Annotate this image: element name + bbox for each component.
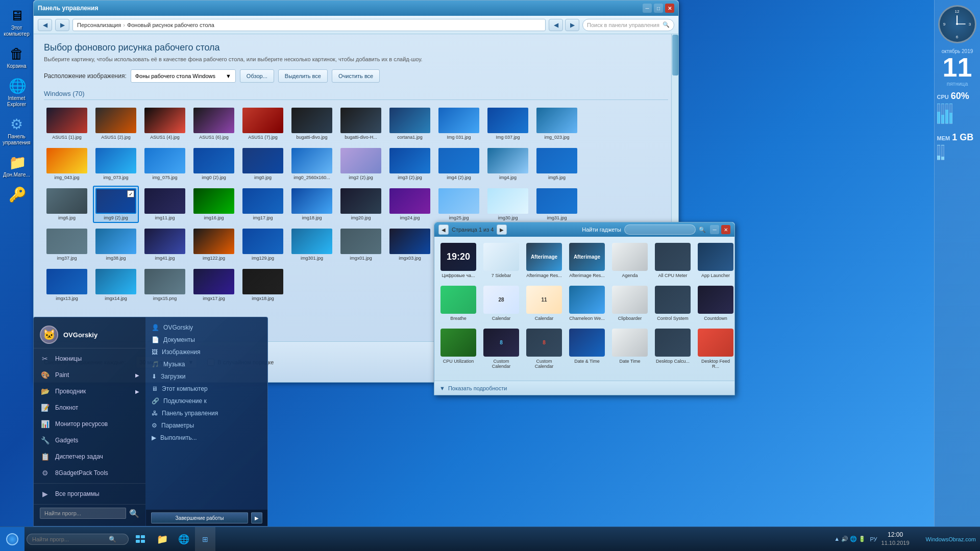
start-right-settings[interactable]: ⚙ Параметры [145,419,267,432]
wallpaper-item-18[interactable]: img3 (2).jpg [387,145,433,183]
wallpaper-item-38[interactable]: img301.jpg [289,226,335,263]
gadget-item-2[interactable]: AfterimageAfterimage Res... [524,241,564,281]
wallpaper-item-33[interactable]: img37.jpg [44,226,90,263]
gadget-item-0[interactable]: 19:20Цифровые ча... [438,241,478,281]
gadget-item-10[interactable]: Chameleon We... [567,284,607,323]
forward-button[interactable]: ▶ [55,19,69,31]
wallpaper-item-14[interactable]: img0 (2).jpg [191,145,237,183]
maximize-button[interactable]: □ [654,4,663,13]
wallpaper-item-9[interactable]: Img 037.jpg [485,105,531,142]
history-forward-button[interactable]: ▶ [565,19,579,31]
gadget-item-5[interactable]: All CPU Meter [653,241,693,281]
gadget-item-16[interactable]: 8Custom Calendar [524,327,564,372]
taskbar-search-input[interactable] [32,536,109,542]
desktop-icon-computer[interactable]: 🖥 Этот компьютер [2,5,32,39]
wallpaper-item-46[interactable]: imgx15.png [142,266,188,304]
wallpaper-item-28[interactable]: img20.jpg [338,186,384,223]
start-right-documents[interactable]: 📄 Документы [145,334,267,346]
gadget-item-14[interactable]: CPU Utilization [438,327,478,372]
wallpaper-item-24[interactable]: img11.jpg [142,186,188,223]
taskbar-icon-window1[interactable]: ⊞ [195,527,215,552]
wallpaper-item-45[interactable]: imgx14.jpg [93,266,139,304]
wallpaper-item-16[interactable]: img0_2560x160... [289,145,335,183]
wallpaper-item-22[interactable]: img6.jpg [44,186,90,223]
wallpaper-item-32[interactable]: img31.jpg [534,186,580,223]
wallpaper-item-2[interactable]: ASUS1 (4).jpg [142,105,188,142]
wallpaper-item-27[interactable]: img18.jpg [289,186,335,223]
start-item-gadgets[interactable]: 🔧 Gadgets [34,432,145,448]
gadget-item-12[interactable]: Control System [653,284,693,323]
wallpaper-item-8[interactable]: Img 031.jpg [436,105,482,142]
start-right-user[interactable]: 👤 OVGorskiy [145,321,267,334]
taskbar-icon-task-view[interactable] [131,527,151,552]
start-right-connect[interactable]: 🔗 Подключение к [145,395,267,407]
wallpaper-item-21[interactable]: img5.jpg [534,145,580,183]
wallpaper-item-30[interactable]: img25.jpg [436,186,482,223]
location-dropdown[interactable]: Фоны рабочего стола Windows ▼ [131,69,236,83]
prev-page-button[interactable]: ◀ [438,224,449,235]
browse-button[interactable]: Обзор... [240,69,274,83]
gadget-item-9[interactable]: 11Calendar [524,284,564,323]
start-item-notepad[interactable]: 📝 Блокнот [34,399,145,416]
shutdown-options-button[interactable]: ▶ [251,512,262,523]
wallpaper-item-31[interactable]: img30.jpg [485,186,531,223]
wallpaper-item-36[interactable]: img122.jpg [191,226,237,263]
select-all-button[interactable]: Выделить все [278,69,328,83]
history-back-button[interactable]: ◀ [549,19,563,31]
gadget-item-8[interactable]: 28Calendar [481,284,521,323]
start-button[interactable] [0,527,24,552]
gadgets-footer[interactable]: ▼ Показать подробности [434,381,734,395]
gadget-item-13[interactable]: Countdown [696,284,734,323]
wallpaper-item-35[interactable]: img41.jpg [142,226,188,263]
wallpaper-item-40[interactable]: imgx03.jpg [387,226,433,263]
wallpaper-item-10[interactable]: img_023.jpg [534,105,580,142]
wallpaper-item-34[interactable]: img38.jpg [93,226,139,263]
desktop-icon-recycle[interactable]: 🗑 Корзина [2,43,32,71]
gadget-item-11[interactable]: Clipboarder [610,284,650,323]
wallpaper-item-23[interactable]: ✓img9 (2).jpg [93,186,139,223]
gadget-item-15[interactable]: 8Custom Calendar [481,327,521,372]
wallpaper-item-29[interactable]: img24.jpg [387,186,433,223]
wallpaper-item-1[interactable]: ASUS1 (2).jpg [93,105,139,142]
start-search-bar[interactable]: Найти прогр... [40,508,126,519]
start-right-images[interactable]: 🖼 Изображения [145,346,267,358]
wallpaper-item-44[interactable]: imgx13.jpg [44,266,90,304]
wallpaper-item-19[interactable]: img4 (2).jpg [436,145,482,183]
gadget-item-17[interactable]: Date & Time [567,327,607,372]
gadget-item-4[interactable]: Agenda [610,241,650,281]
start-item-explorer[interactable]: 📂 Проводник ▶ [34,383,145,399]
start-item-taskmanager[interactable]: 📋 Диспетчер задач [34,448,145,465]
wallpaper-item-13[interactable]: img_075.jpg [142,145,188,183]
desktop-icon-key[interactable]: 🔑 [2,184,32,206]
start-right-run[interactable]: ▶ Выполнить... [145,432,267,444]
desktop-icon-folder[interactable]: 📁 Дон.Мате... [2,152,32,180]
wallpaper-item-4[interactable]: ASUS1 (7).jpg [240,105,286,142]
search-placeholder[interactable]: Поиск в панели управления [587,22,659,28]
gadget-item-1[interactable]: 7 Sidebar [481,241,521,281]
wallpaper-item-12[interactable]: img_073.jpg [93,145,139,183]
gadget-item-7[interactable]: Breathe [438,284,478,323]
wallpaper-item-5[interactable]: bugatti-divo.jpg [289,105,335,142]
start-item-gadgetpack[interactable]: ⚙ 8GadgetPack Tools [34,465,145,481]
gadgets-search-input[interactable] [624,224,696,235]
shutdown-button[interactable]: Завершение работы [151,512,248,523]
scrollbar-thumb[interactable] [672,35,678,76]
gadget-item-18[interactable]: Date Time [610,327,650,372]
gadget-item-19[interactable]: Desktop Calcu... [653,327,693,372]
start-item-paint[interactable]: 🎨 Paint ▶ [34,367,145,383]
gadget-item-3[interactable]: AfterimageAfterimage Res... [567,241,607,281]
minimize-button[interactable]: ─ [643,4,652,13]
gadgets-minimize-button[interactable]: ─ [710,225,719,234]
wallpaper-item-7[interactable]: cortana1.jpg [387,105,433,142]
gadget-item-20[interactable]: Desktop Feed R... [696,327,734,372]
wallpaper-item-20[interactable]: img4.jpg [485,145,531,183]
wallpaper-item-25[interactable]: img16.jpg [191,186,237,223]
wallpaper-item-39[interactable]: imgx01.jpg [338,226,384,263]
breadcrumb-part2[interactable]: Фоновый рисунок рабочего стола [127,22,214,28]
gadgets-close-button[interactable]: ✕ [721,225,730,234]
gadget-item-6[interactable]: App Launcher [696,241,734,281]
wallpaper-item-17[interactable]: img2 (2).jpg [338,145,384,183]
wallpaper-item-37[interactable]: img129.jpg [240,226,286,263]
back-button[interactable]: ◀ [38,19,52,31]
breadcrumb-part1[interactable]: Персонализация [77,22,121,28]
